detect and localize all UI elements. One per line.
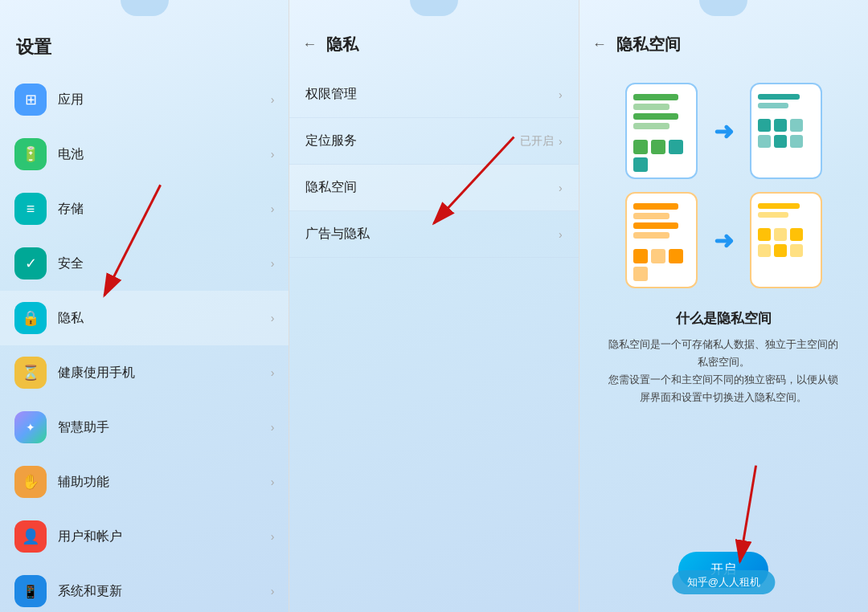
privacy-icon: 🔒 [14,302,47,334]
privacy-title: 隐私 [326,34,358,55]
settings-item-storage[interactable]: ≡ 存储 › [0,182,289,236]
phone-secondary-teal [750,83,822,179]
permissions-label: 权限管理 [305,86,559,103]
privacy-item-permissions[interactable]: 权限管理 › [289,71,578,118]
settings-item-battery[interactable]: 🔋 电池 › [0,127,289,182]
ads-chevron: › [559,228,563,241]
arrow-right-top: ➜ [714,117,734,145]
storage-icon: ≡ [14,193,47,225]
health-chevron: › [271,366,275,379]
settings-item-privacy[interactable]: 🔒 隐私 › [0,291,289,345]
location-chevron: › [559,135,563,148]
settings-item-accessibility[interactable]: ✋ 辅助功能 › [0,455,289,509]
battery-label: 电池 [58,146,271,163]
accounts-label: 用户和帐户 [58,528,271,545]
ads-label: 广告与隐私 [305,226,559,243]
location-label: 定位服务 [305,133,520,149]
phone-main-orange [625,192,698,288]
settings-item-security[interactable]: ✓ 安全 › [0,236,289,291]
desc-section: 什么是隐私空间 隐私空间是一个可存储私人数据、独立于主空间的私密空间。 您需设置… [579,296,868,414]
illustration-top-row: ➜ [625,83,822,179]
settings-item-accounts[interactable]: 👤 用户和帐户 › [0,509,289,564]
watermark: 知乎@人人租机 [673,570,775,594]
system-chevron: › [271,585,275,598]
apps-label: 应用 [58,92,271,108]
phone-main-green [625,83,698,179]
privacy-space-panel: ← 隐私空间 ➜ [579,0,868,612]
arrow-right-bottom: ➜ [714,226,734,255]
desc-title: 什么是隐私空间 [591,309,857,328]
storage-chevron: › [271,202,275,215]
apps-chevron: › [271,93,275,106]
system-icon: 📱 [14,575,47,607]
privacy-list: 权限管理 › 定位服务 已开启 › 隐私空间 › 广告与隐私 › [289,67,578,263]
privacy-item-location[interactable]: 定位服务 已开启 › [289,118,578,165]
privacy-panel: ← 隐私 权限管理 › 定位服务 已开启 › 隐私空间 › 广告与隐私 › [289,0,579,612]
storage-label: 存储 [58,201,271,218]
privacy-chevron: › [271,312,275,324]
space-label: 隐私空间 [305,179,559,196]
settings-item-apps[interactable]: ⊞ 应用 › [0,72,289,127]
health-label: 健康使用手机 [58,365,271,381]
accessibility-chevron: › [271,475,275,488]
privacy-label: 隐私 [58,310,271,327]
svg-line-5 [739,466,755,562]
health-icon: ⏳ [14,357,47,389]
privacy-header: ← 隐私 [289,19,578,67]
location-status: 已开启 [520,134,554,149]
security-label: 安全 [58,255,271,272]
assistant-label: 智慧助手 [58,419,271,436]
system-label: 系统和更新 [58,583,271,600]
privacy-space-header: ← 隐私空间 [579,19,868,67]
accounts-icon: 👤 [14,520,47,553]
accessibility-icon: ✋ [14,466,47,498]
privacy-item-ads[interactable]: 广告与隐私 › [289,211,578,258]
security-icon: ✓ [14,247,47,279]
settings-item-health[interactable]: ⏳ 健康使用手机 › [0,345,289,400]
space-chevron: › [559,182,563,194]
privacy-space-title: 隐私空间 [616,34,681,55]
settings-list: ⊞ 应用 › 🔋 电池 › ≡ 存储 › ✓ 安全 › [0,67,289,612]
apps-icon: ⊞ [14,84,47,116]
settings-item-system[interactable]: 📱 系统和更新 › [0,564,289,612]
desc-text: 隐私空间是一个可存储私人数据、独立于主空间的私密空间。 您需设置一个和主空间不同… [591,336,857,406]
privacy-item-space[interactable]: 隐私空间 › [289,165,578,211]
phone-secondary-yellow [750,192,822,288]
assistant-chevron: › [271,421,275,434]
permissions-chevron: › [559,88,563,101]
illustration-bottom-row: ➜ [625,192,822,288]
settings-title: 设置 [0,19,289,67]
assistant-icon: ✦ [14,411,47,443]
battery-icon: 🔋 [14,138,47,170]
accessibility-label: 辅助功能 [58,474,271,491]
battery-chevron: › [271,148,275,161]
illustration-area: ➜ [579,67,868,296]
back-button-right[interactable]: ← [592,36,607,53]
accounts-chevron: › [271,530,275,543]
back-button-middle[interactable]: ← [302,36,317,53]
settings-item-assistant[interactable]: ✦ 智慧助手 › [0,400,289,455]
settings-panel: 设置 ⊞ 应用 › 🔋 电池 › ≡ 存储 › [0,0,289,612]
security-chevron: › [271,257,275,270]
